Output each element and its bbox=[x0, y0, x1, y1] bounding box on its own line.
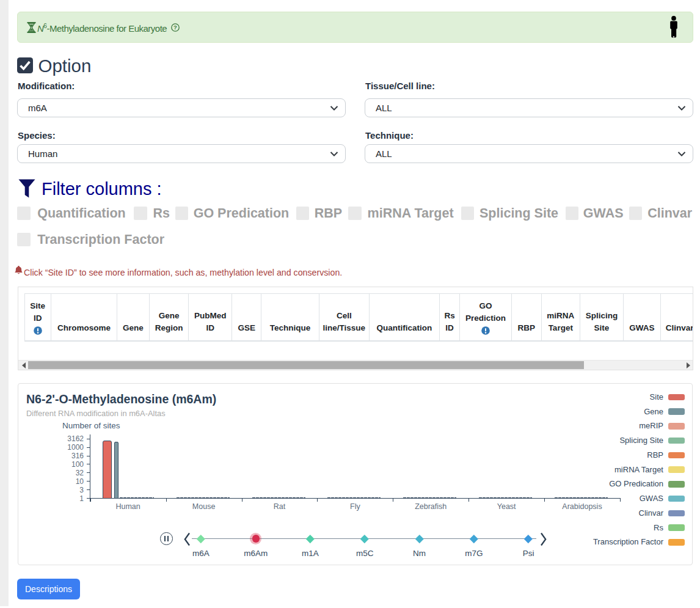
svg-text:?: ? bbox=[173, 24, 177, 31]
